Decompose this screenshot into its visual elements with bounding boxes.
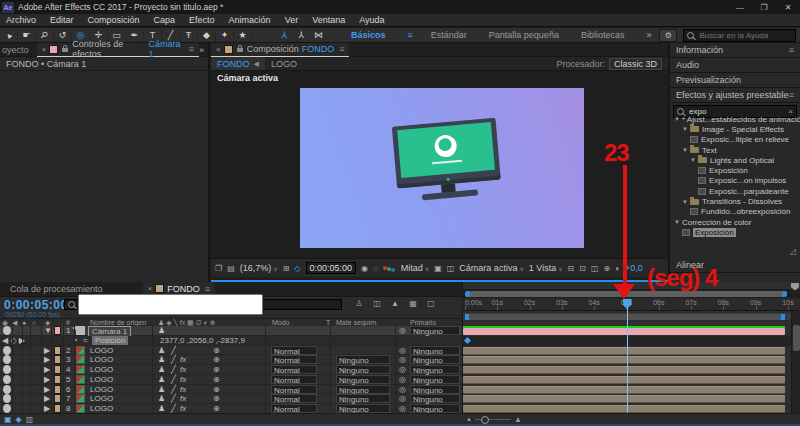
tool-puppet[interactable]: ★ bbox=[234, 29, 252, 42]
lock-icon[interactable]: ⌂ bbox=[32, 319, 36, 326]
zoom-slider[interactable] bbox=[475, 419, 511, 420]
quality-switch-icon[interactable]: ╱ bbox=[171, 365, 176, 374]
tab-project[interactable]: oyecto bbox=[2, 45, 29, 55]
workspace-settings-icon[interactable]: ⚙ bbox=[659, 29, 677, 42]
tool-axis-local[interactable]: ⅄ bbox=[276, 29, 293, 42]
layer-name[interactable]: LOGO bbox=[90, 404, 113, 413]
panel-menu-icon[interactable]: ≡ bbox=[789, 90, 794, 100]
panel-overflow-icon[interactable]: » bbox=[199, 45, 204, 55]
twirl-down-icon[interactable]: ▼ bbox=[690, 157, 696, 163]
collapse-switch-icon[interactable]: ♟ bbox=[158, 355, 165, 364]
tree-item-text[interactable]: ▼Text bbox=[670, 145, 800, 155]
label-color-swatch[interactable] bbox=[54, 404, 61, 413]
layer-bar[interactable] bbox=[463, 366, 785, 374]
quality-switch-icon[interactable]: ╱ bbox=[171, 375, 176, 384]
label-color-swatch[interactable] bbox=[54, 355, 61, 364]
timeline-pan-scrollbar[interactable] bbox=[463, 289, 800, 298]
mode-select[interactable]: Normal∨ bbox=[271, 385, 317, 394]
work-area-bar[interactable] bbox=[463, 313, 800, 320]
twirl-down-icon[interactable]: ▼ bbox=[674, 219, 680, 225]
parent-pickwhip-icon[interactable]: ◎ bbox=[399, 404, 406, 413]
tree-item-ajust-establecidos-de-animacion[interactable]: ▼* Ajust...establecidos de animación bbox=[670, 114, 800, 124]
tool-axis-view[interactable]: ⋈ bbox=[310, 29, 327, 42]
workspace-menu-icon[interactable]: ≡ bbox=[408, 30, 413, 40]
layer-name[interactable]: LOGO bbox=[90, 365, 113, 374]
twirl-down-icon[interactable]: ▼ bbox=[682, 126, 688, 132]
tree-item-fundido-obreexposicion[interactable]: Fundido...obreexposición bbox=[670, 207, 800, 217]
menu-editar[interactable]: Editar bbox=[50, 15, 74, 25]
matte-select[interactable]: Ninguno∨ bbox=[336, 385, 390, 394]
parent-pickwhip-icon[interactable]: ◎ bbox=[399, 326, 406, 335]
tool-roto-brush[interactable]: ✦ bbox=[216, 29, 234, 42]
layer-name[interactable]: LOGO bbox=[90, 375, 113, 384]
matte-select[interactable]: Ninguno∨ bbox=[336, 375, 390, 384]
matte-select[interactable]: Ninguno∨ bbox=[336, 404, 390, 413]
layer-bar[interactable] bbox=[463, 405, 785, 413]
zoom-in-icon[interactable]: ▲ bbox=[514, 415, 522, 424]
3d-switch-icon[interactable]: ⊕ bbox=[213, 375, 220, 384]
exposure-value[interactable]: +0,0 bbox=[625, 263, 643, 273]
fx-switch-icon[interactable]: fx bbox=[180, 404, 186, 413]
timeline-zoom-control[interactable]: ▲ ▲ bbox=[466, 415, 522, 424]
parent-select[interactable]: Ninguno∨ bbox=[410, 404, 460, 413]
quality-switch-icon[interactable]: ╱ bbox=[171, 355, 176, 364]
graph-editor-icon[interactable]: ▢ bbox=[422, 299, 440, 308]
zoom-slider-knob[interactable] bbox=[481, 416, 489, 424]
menu-animacion[interactable]: Animación bbox=[229, 15, 271, 25]
parent-select[interactable]: Ninguno∨ bbox=[410, 365, 460, 374]
flowchart-icon[interactable]: ⊕ bbox=[604, 264, 611, 273]
tool-eraser[interactable]: ◆ bbox=[198, 29, 216, 42]
tree-item-correccion-de-color[interactable]: ▼Corrección de color bbox=[670, 217, 800, 227]
workspace-overflow-icon[interactable]: » bbox=[646, 30, 651, 40]
close-tab-icon[interactable]: × bbox=[216, 45, 221, 54]
label-color-swatch[interactable] bbox=[54, 346, 61, 355]
label-color-swatch[interactable] bbox=[54, 394, 61, 403]
twirl-right-icon[interactable]: ▶ bbox=[44, 385, 50, 394]
composition-canvas[interactable] bbox=[300, 88, 584, 248]
3d-switch-icon[interactable]: ⊕ bbox=[213, 365, 220, 374]
exposure-icon[interactable]: ◐ bbox=[615, 264, 620, 273]
menu-ventana[interactable]: Ventana bbox=[312, 15, 345, 25]
fx-switch-icon[interactable]: fx bbox=[180, 394, 186, 403]
collapse-switch-icon[interactable]: ♟ bbox=[158, 375, 165, 384]
layer-bar[interactable] bbox=[463, 395, 785, 403]
3d-switch-icon[interactable]: ⊕ bbox=[213, 346, 220, 355]
zoom-out-icon[interactable]: ▲ bbox=[466, 416, 472, 422]
panel-menu-icon[interactable]: ≡ bbox=[205, 284, 210, 294]
mode-select[interactable]: Normal∨ bbox=[271, 365, 317, 374]
tab-effect-controls[interactable]: × Controles de efectos Cámara 1 ≡ bbox=[37, 43, 199, 57]
multi-view-icon[interactable]: ❐ bbox=[215, 264, 222, 273]
twirl-right-icon[interactable]: ▶ bbox=[44, 404, 50, 413]
twirl-right-icon[interactable]: ▶ bbox=[44, 346, 50, 355]
timeline-search-input[interactable] bbox=[78, 294, 263, 315]
show-snapshot-icon[interactable]: ◌ bbox=[373, 264, 378, 273]
parent-pickwhip-icon[interactable]: ◎ bbox=[399, 355, 406, 364]
tree-item-image-special-effects[interactable]: ▼Image - Special Effects bbox=[670, 124, 800, 134]
renderer-button[interactable]: Classic 3D bbox=[609, 58, 662, 70]
minimize-button[interactable]: — bbox=[728, 0, 752, 14]
time-ruler[interactable]: 0:00s01s02s03s04s05s06s07s08s09s10s bbox=[463, 298, 800, 311]
collapse-switch-icon[interactable]: ♟ bbox=[158, 404, 165, 413]
workspace-estandar[interactable]: Estándar bbox=[431, 30, 467, 40]
parent-select[interactable]: Ninguno∨ bbox=[410, 326, 460, 335]
panel-grip-icon[interactable]: ◿ bbox=[790, 247, 796, 256]
view-select[interactable]: Cámara activa∨ bbox=[459, 263, 523, 273]
label-color-swatch[interactable] bbox=[54, 375, 61, 384]
layer-row-logo-2[interactable]: ▶2LOGO♟╱⊕Normal∨◎Ninguno∨ bbox=[0, 346, 462, 356]
mode-select[interactable]: Normal∨ bbox=[271, 404, 317, 413]
show-channel-icon[interactable] bbox=[383, 266, 387, 270]
toggle-switches-icon[interactable]: ▣ bbox=[4, 415, 12, 424]
quality-switch-icon[interactable]: ╱ bbox=[171, 394, 176, 403]
layer-bar[interactable] bbox=[463, 347, 785, 355]
tree-item-exposicion[interactable]: Exposición bbox=[670, 165, 800, 175]
menu-capa[interactable]: Capa bbox=[154, 15, 176, 25]
layer-row-logo-5[interactable]: ▶5LOGO♟╱fx⊕Normal∨Ninguno∨◎Ninguno∨ bbox=[0, 375, 462, 385]
keyframe-diamond[interactable] bbox=[464, 337, 471, 344]
parent-select[interactable]: Ninguno∨ bbox=[410, 355, 460, 364]
fx-switch-icon[interactable]: fx bbox=[180, 355, 186, 364]
parent-pickwhip-icon[interactable]: ◎ bbox=[399, 375, 406, 384]
panel-header-audio[interactable]: Audio bbox=[670, 58, 800, 73]
property-name[interactable]: Posición bbox=[92, 336, 128, 345]
quality-switch-icon[interactable]: ╱ bbox=[171, 404, 176, 413]
close-tab-icon[interactable]: × bbox=[42, 45, 47, 54]
